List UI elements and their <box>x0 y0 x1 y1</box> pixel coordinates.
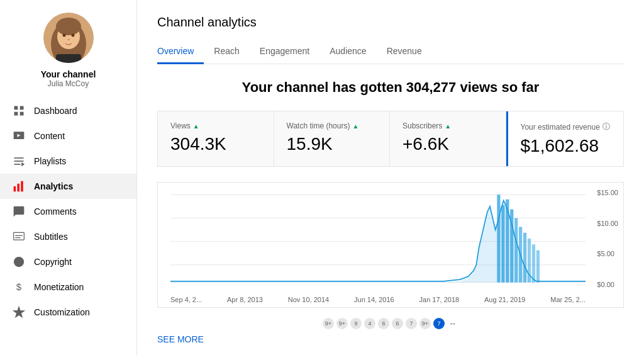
avatar <box>43 13 94 63</box>
svg-rect-11 <box>20 112 24 116</box>
svg-rect-8 <box>14 106 18 110</box>
nav-list: Dashboard Content Playlists Analytics <box>0 98 136 325</box>
x-label-5: Aug 21, 2019 <box>484 296 525 303</box>
monetization-icon: $ <box>13 281 25 293</box>
tab-reach[interactable]: Reach <box>204 40 249 64</box>
sidebar-item-dashboard-label: Dashboard <box>34 106 77 116</box>
x-label-1: Apr 8, 2013 <box>227 296 263 303</box>
svg-rect-4 <box>56 54 81 63</box>
up-arrow-views: ▲ <box>193 123 199 130</box>
sidebar-item-copyright[interactable]: C Copyright <box>0 249 136 274</box>
metric-value-revenue: $1,602.68 <box>521 136 611 156</box>
sidebar-item-content[interactable]: Content <box>0 123 136 149</box>
sidebar-item-comments[interactable]: Comments <box>0 199 136 224</box>
sidebar-item-monetization-label: Monetization <box>34 282 84 292</box>
svg-text:C: C <box>17 259 21 265</box>
y-label-15: $15.00 <box>597 189 618 196</box>
tabs-bar: Overview Reach Engagement Audience Reven… <box>157 40 624 64</box>
sidebar-item-customization[interactable]: Customization <box>0 300 136 325</box>
sidebar-item-subtitles-label: Subtitles <box>34 232 68 242</box>
copyright-icon: C <box>13 256 25 268</box>
sidebar: Your channel Julia McCoy Dashboard Conte… <box>0 0 137 355</box>
dashboard-icon <box>13 104 25 117</box>
sidebar-item-customization-label: Customization <box>34 307 90 317</box>
page-dot-4[interactable]: 6 <box>378 318 389 329</box>
svg-rect-37 <box>514 218 518 282</box>
tab-audience[interactable]: Audience <box>319 40 376 64</box>
metric-value-views: 304.3K <box>170 134 261 154</box>
page-next-icon[interactable]: ↔ <box>447 318 458 329</box>
analytics-icon <box>13 180 25 193</box>
page-dot-2[interactable]: 9 <box>350 318 362 329</box>
svg-rect-10 <box>14 112 18 116</box>
page-dot-7[interactable]: 9+ <box>419 318 431 329</box>
svg-rect-39 <box>523 233 526 283</box>
svg-point-3 <box>56 18 81 35</box>
svg-rect-20 <box>21 181 23 192</box>
x-label-2: Nov 10, 2014 <box>288 296 329 303</box>
sidebar-item-subtitles[interactable]: Subtitles <box>0 224 136 249</box>
x-label-0: Sep 4, 2... <box>170 296 202 303</box>
svg-rect-35 <box>506 200 509 283</box>
svg-marker-17 <box>21 162 25 167</box>
chart-container: $15.00 $10.00 $5.00 $0.00 Sep 4, 2... Ap… <box>157 182 624 308</box>
page-dot-1[interactable]: 9+ <box>336 318 348 329</box>
channel-name: Your channel <box>41 69 96 79</box>
svg-rect-33 <box>497 194 500 282</box>
page-dot-3[interactable]: 4 <box>364 318 375 329</box>
metric-value-watchtime: 15.9K <box>287 134 377 154</box>
up-arrow-watchtime: ▲ <box>352 123 358 130</box>
svg-rect-19 <box>18 184 19 192</box>
sidebar-item-playlists-label: Playlists <box>34 156 66 166</box>
sidebar-item-monetization[interactable]: $ Monetization <box>0 274 136 300</box>
x-label-6: Mar 25, 2... <box>550 296 586 303</box>
sidebar-item-dashboard[interactable]: Dashboard <box>0 98 136 123</box>
chart-y-labels: $15.00 $10.00 $5.00 $0.00 <box>597 189 618 288</box>
page-dot-5[interactable]: 6 <box>392 318 403 329</box>
sidebar-item-comments-label: Comments <box>34 206 77 217</box>
metric-card-views[interactable]: Views ▲ 304.3K <box>158 111 274 166</box>
metric-label-views: Views ▲ <box>170 121 261 130</box>
main-content: Channel analytics Overview Reach Engagem… <box>137 0 644 355</box>
content-icon <box>13 130 25 142</box>
sidebar-item-analytics[interactable]: Analytics <box>0 174 136 199</box>
metric-card-watchtime[interactable]: Watch time (hours) ▲ 15.9K <box>274 111 391 166</box>
sidebar-item-analytics-label: Analytics <box>34 181 73 191</box>
tab-engagement[interactable]: Engagement <box>250 40 319 64</box>
svg-rect-21 <box>14 232 25 240</box>
metric-label-watchtime: Watch time (hours) ▲ <box>287 121 377 130</box>
playlists-icon <box>13 155 25 167</box>
tab-overview[interactable]: Overview <box>157 40 204 64</box>
page-dot-0[interactable]: 9+ <box>323 318 334 329</box>
sidebar-item-content-label: Content <box>34 131 65 141</box>
chart-pagination: 9+ 9+ 9 4 6 6 7 9+ 7 ↔ <box>157 318 624 329</box>
tab-revenue[interactable]: Revenue <box>377 40 432 64</box>
svg-rect-36 <box>510 210 513 283</box>
metric-value-subscribers: +6.6K <box>402 134 493 154</box>
comments-icon <box>13 205 25 218</box>
svg-rect-18 <box>14 186 16 191</box>
see-more-link[interactable]: SEE MORE <box>157 334 204 344</box>
svg-rect-42 <box>536 251 540 283</box>
chart-x-labels: Sep 4, 2... Apr 8, 2013 Nov 10, 2014 Jun… <box>170 296 586 303</box>
svg-point-5 <box>62 34 65 37</box>
svg-rect-34 <box>501 205 504 283</box>
page-dot-6[interactable]: 7 <box>406 318 417 329</box>
metric-label-revenue: Your estimated revenue ⓘ <box>521 121 611 132</box>
metric-cards: Views ▲ 304.3K Watch time (hours) ▲ 15.9… <box>157 111 624 167</box>
revenue-chart <box>170 189 586 288</box>
page-dot-8[interactable]: 7 <box>433 318 445 329</box>
info-icon-revenue: ⓘ <box>602 121 610 132</box>
x-label-4: Jan 17, 2018 <box>419 296 460 303</box>
views-headline: Your channel has gotten 304,277 views so… <box>157 79 624 96</box>
svg-rect-38 <box>519 227 522 282</box>
metric-card-revenue[interactable]: Your estimated revenue ⓘ $1,602.68 <box>506 111 624 166</box>
y-label-5: $5.00 <box>597 250 618 257</box>
subtitles-icon <box>13 230 25 243</box>
y-label-0: $0.00 <box>597 281 618 288</box>
svg-rect-9 <box>20 106 24 110</box>
metric-card-subscribers[interactable]: Subscribers ▲ +6.6K <box>390 111 506 166</box>
channel-sub-name: Julia McCoy <box>48 79 89 88</box>
sidebar-item-playlists[interactable]: Playlists <box>0 149 136 174</box>
sidebar-item-copyright-label: Copyright <box>34 257 72 267</box>
